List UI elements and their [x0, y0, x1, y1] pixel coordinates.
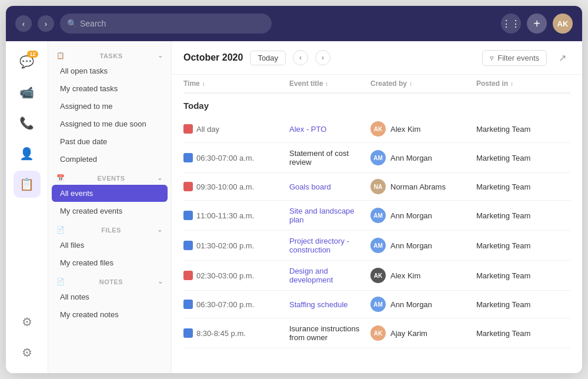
- files-section-header[interactable]: 📄 FILES ⌄: [48, 220, 171, 236]
- phone-icon: 📞: [19, 116, 34, 130]
- sidebar-item-notes[interactable]: 📋: [14, 171, 41, 198]
- nav-item-assigned-to-me-label: Assigned to me: [60, 102, 113, 111]
- col-time-label: Time: [183, 79, 200, 88]
- nav-item-all-open-tasks[interactable]: All open tasks: [52, 62, 168, 79]
- col-posted-in[interactable]: Posted in ↕: [476, 79, 570, 88]
- title-cell-4: Project directory - construction: [289, 237, 370, 254]
- sort-title-icon: ↕: [325, 81, 328, 87]
- event-icon-6: [183, 300, 193, 309]
- nav-item-my-created-events-label: My created events: [60, 207, 122, 215]
- notes-section-header[interactable]: 📄 NOTES ⌄: [48, 272, 171, 288]
- creator-avatar-6: AM: [370, 297, 386, 312]
- nav-item-my-created-tasks[interactable]: My created tasks: [52, 80, 168, 97]
- title-cell-6: Staffing schedule: [289, 300, 370, 309]
- nav-item-past-due[interactable]: Past due date: [52, 133, 168, 150]
- sidebar-item-phone[interactable]: 📞: [14, 109, 41, 137]
- prev-month-button[interactable]: ‹: [293, 50, 308, 65]
- time-cell-6: 06:30-07:00 p.m.: [183, 300, 289, 309]
- nav-item-completed[interactable]: Completed: [52, 151, 168, 168]
- posted-cell-4: Marketing Team: [476, 241, 570, 250]
- filter-icon: ▿: [490, 54, 494, 62]
- sidebar-item-plugins[interactable]: ⚙: [14, 308, 41, 335]
- posted-cell-6: Marketing Team: [476, 300, 570, 309]
- nav-item-all-open-tasks-label: All open tasks: [60, 67, 108, 75]
- sidebar-item-settings[interactable]: ⚙: [14, 339, 41, 366]
- top-bar-actions: ⋮⋮ + AK: [501, 14, 573, 34]
- contacts-icon: 👤: [19, 147, 34, 161]
- nav-item-all-events-label: All events: [60, 189, 93, 198]
- creator-name-5: Alex Kim: [390, 271, 420, 280]
- today-section-label: Today: [183, 94, 570, 115]
- creator-name-7: Ajay Karim: [390, 329, 427, 338]
- creator-name-3: Ann Morgan: [390, 211, 432, 220]
- content-header: October 2020 Today ‹ › ▿ Filter events ↗: [172, 41, 582, 75]
- expand-button[interactable]: ↗: [554, 49, 570, 66]
- creator-name-4: Ann Morgan: [390, 241, 432, 250]
- col-event-title[interactable]: Event title ↕: [289, 79, 370, 88]
- nav-item-my-created-notes-label: My created notes: [60, 310, 119, 319]
- event-title-plain-1: Statement of cost review: [289, 149, 349, 167]
- col-created-by[interactable]: Created by ↕: [370, 79, 476, 88]
- notes-icon: 📋: [19, 177, 34, 191]
- creator-cell-7: AK Ajay Karim: [370, 325, 476, 341]
- nav-item-my-created-events[interactable]: My created events: [52, 202, 168, 220]
- nav-item-assigned-due-soon[interactable]: Assigned to me due soon: [52, 115, 168, 132]
- time-cell-4: 01:30-02:00 p.m.: [183, 241, 289, 250]
- nav-item-all-files[interactable]: All files: [52, 237, 168, 254]
- creator-cell-4: AM Ann Morgan: [370, 238, 476, 253]
- creator-name-1: Ann Morgan: [390, 154, 432, 162]
- sort-time-icon: ↕: [202, 81, 205, 87]
- sidebar-item-contacts[interactable]: 👤: [14, 140, 41, 167]
- nav-item-all-events[interactable]: All events: [52, 185, 168, 202]
- time-cell-7: 8:30-8:45 p.m.: [183, 328, 289, 338]
- nav-item-my-created-files[interactable]: My created files: [52, 254, 168, 271]
- add-button[interactable]: +: [527, 14, 547, 34]
- time-value-5: 02:30-03:00 p.m.: [196, 271, 254, 280]
- filter-events-button[interactable]: ▿ Filter events: [482, 50, 547, 66]
- creator-cell-1: AM Ann Morgan: [370, 150, 476, 165]
- time-value-1: 06:30-07:00 a.m.: [196, 154, 254, 162]
- nav-item-all-notes[interactable]: All notes: [52, 288, 168, 305]
- sidebar-item-chat[interactable]: 💬 12: [14, 48, 41, 75]
- col-time[interactable]: Time ↕: [183, 79, 289, 88]
- creator-name-6: Ann Morgan: [390, 300, 432, 309]
- event-title-link-0[interactable]: Alex - PTO: [289, 125, 326, 134]
- top-bar: ‹ › 🔍 ⋮⋮ + AK: [6, 6, 582, 41]
- time-value-3: 11:00-11:30 a.m.: [196, 211, 254, 220]
- today-button[interactable]: Today: [250, 51, 286, 65]
- nav-panel: 📋 TASKS ⌄ All open tasks My created task…: [48, 41, 172, 373]
- nav-item-my-created-notes[interactable]: My created notes: [52, 306, 168, 323]
- sidebar-item-video[interactable]: 📹: [14, 79, 41, 106]
- col-posted-in-label: Posted in: [476, 79, 508, 88]
- forward-button[interactable]: ›: [38, 15, 54, 32]
- nav-item-completed-label: Completed: [60, 155, 97, 164]
- title-cell-7: Isurance instructions from owner: [289, 324, 370, 342]
- event-title-plain-7: Isurance instructions from owner: [289, 324, 359, 342]
- title-cell-3: Site and landscape plan: [289, 207, 370, 224]
- notes-section-label: NOTES: [99, 278, 123, 285]
- table-row: All day Alex - PTO AK Alex Kim Marketing…: [183, 115, 570, 143]
- creator-avatar-5: AK: [370, 268, 386, 283]
- grid-button[interactable]: ⋮⋮: [501, 14, 521, 34]
- time-cell-2: 09:30-10:00 a.m.: [183, 182, 289, 191]
- tasks-collapse-icon: ⌄: [158, 52, 163, 59]
- filter-label: Filter events: [497, 54, 539, 62]
- tasks-section-header[interactable]: 📋 TASKS ⌄: [48, 46, 171, 62]
- user-avatar[interactable]: AK: [553, 14, 573, 34]
- event-title-link-5[interactable]: Design and development: [289, 267, 333, 284]
- next-month-button[interactable]: ›: [315, 50, 330, 65]
- nav-item-assigned-to-me[interactable]: Assigned to me: [52, 98, 168, 115]
- title-cell-0: Alex - PTO: [289, 125, 370, 134]
- table-row: 02:30-03:00 p.m. Design and development …: [183, 261, 570, 291]
- events-section-header[interactable]: 📅 EVENTS ⌄: [48, 168, 171, 184]
- event-title-link-4[interactable]: Project directory - construction: [289, 237, 349, 254]
- search-input[interactable]: [60, 14, 272, 34]
- time-cell-0: All day: [183, 124, 289, 134]
- event-title-link-2[interactable]: Goals board: [289, 182, 331, 191]
- event-title-link-6[interactable]: Staffing schedule: [289, 300, 348, 309]
- creator-avatar-1: AM: [370, 150, 386, 165]
- tasks-section-icon: 📋: [56, 52, 65, 59]
- posted-cell-7: Marketing Team: [476, 329, 570, 338]
- event-title-link-3[interactable]: Site and landscape plan: [289, 207, 355, 224]
- back-button[interactable]: ‹: [15, 15, 32, 32]
